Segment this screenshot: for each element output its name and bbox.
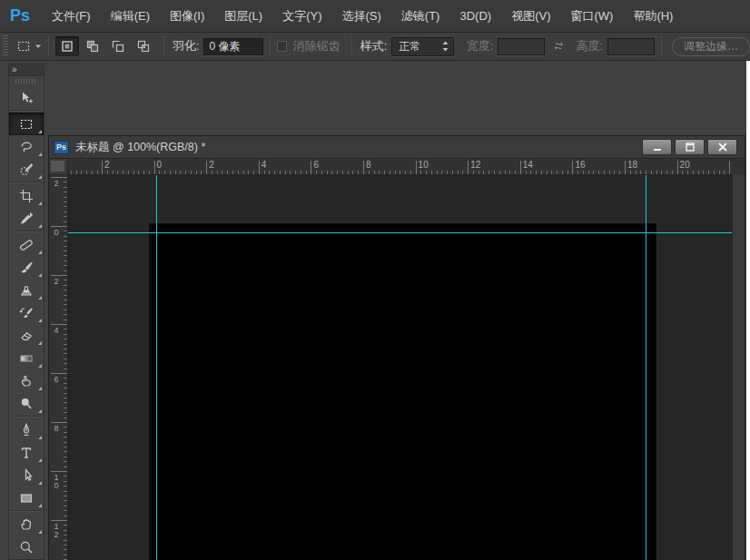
vertical-ruler[interactable]: 2024681 01 21 4 (49, 175, 68, 560)
tool-healing-brush[interactable] (9, 233, 44, 256)
eraser-icon (19, 329, 34, 343)
tool-pen[interactable] (9, 418, 44, 441)
tool-zoom[interactable] (9, 535, 44, 558)
minimize-button[interactable] (642, 139, 672, 155)
tool-dodge[interactable] (9, 392, 44, 415)
menu-item-view[interactable]: 视图(V) (501, 0, 560, 32)
flyout-indicator (38, 175, 42, 179)
ruler-label: 2 (209, 160, 214, 170)
tool-marquee[interactable] (9, 113, 44, 135)
tool-path-select[interactable] (9, 464, 44, 486)
document-content: 20246810121416182022 2024681 01 21 4 (49, 159, 745, 560)
ruler-label: 2 (49, 180, 64, 188)
ruler-major-tick (51, 226, 67, 227)
add-selection-icon (85, 39, 100, 54)
menu-item-select[interactable]: 选择(S) (332, 0, 391, 32)
document-window: Ps 未标题 @ 100%(RGB/8) * 20246810121416182… (48, 135, 745, 560)
ruler-major-tick (51, 471, 67, 472)
refine-edge-button[interactable]: 调整边缘… (672, 37, 750, 56)
antialias-checkbox[interactable] (277, 41, 286, 52)
maximize-button[interactable] (675, 139, 705, 155)
tool-history-brush[interactable] (9, 301, 44, 324)
ruler-major-tick (51, 324, 67, 325)
ruler-label: 2 (104, 160, 110, 170)
flyout-indicator (38, 201, 42, 205)
width-input[interactable] (498, 38, 545, 55)
canvas[interactable] (149, 223, 656, 560)
tool-shape[interactable] (9, 486, 44, 509)
ruler-major-tick (51, 177, 67, 178)
horizontal-ruler[interactable]: 20246810121416182022 (68, 159, 732, 175)
flyout-indicator (38, 296, 42, 300)
ruler-major-tick (51, 275, 67, 276)
lasso-icon (19, 140, 34, 154)
ruler-label: 4 (49, 327, 64, 335)
move-icon (19, 91, 34, 105)
tool-eyedropper[interactable] (9, 207, 44, 230)
menu-item-window[interactable]: 窗口(W) (560, 0, 623, 32)
ruler-label: 8 (366, 160, 371, 170)
close-button[interactable] (707, 139, 737, 155)
ruler-major-tick (206, 161, 207, 174)
menu-item-type[interactable]: 文字(Y) (272, 0, 331, 32)
tools-panel-collapse[interactable]: » (9, 64, 44, 76)
tool-gradient[interactable] (9, 347, 44, 369)
flyout-indicator (38, 364, 42, 368)
document-titlebar[interactable]: Ps 未标题 @ 100%(RGB/8) * (49, 136, 745, 159)
document-title: 未标题 @ 100%(RGB/8) * (75, 140, 205, 155)
style-dropdown[interactable]: 正常 (391, 37, 453, 56)
ruler-major-tick (416, 161, 417, 174)
new-selection-button[interactable] (55, 36, 79, 56)
intersect-selection-button[interactable] (132, 36, 155, 56)
ruler-label: 4 (262, 160, 267, 170)
separator (163, 36, 164, 56)
ruler-major-tick (51, 520, 67, 521)
tool-smudge[interactable] (9, 369, 44, 392)
tool-move[interactable] (9, 86, 44, 109)
tool-quick-select[interactable] (9, 158, 44, 181)
swap-dimensions-icon[interactable] (552, 39, 567, 54)
feather-input[interactable] (203, 38, 263, 55)
tool-crop[interactable] (9, 184, 44, 207)
subtract-selection-button[interactable] (106, 36, 130, 56)
menu-item-layer[interactable]: 图层(L) (214, 0, 272, 32)
menu-bar: Ps 文件(F)编辑(E)图像(I)图层(L)文字(Y)选择(S)滤镜(T)3D… (0, 0, 750, 33)
tool-options-bar: 羽化: 消除锯齿 样式: 正常 宽度: 高度: 调整边缘… (0, 33, 750, 61)
tool-type-tool[interactable] (9, 441, 44, 464)
height-input[interactable] (607, 38, 655, 55)
zoom-icon (19, 540, 34, 555)
menu-item-file[interactable]: 文件(F) (42, 0, 101, 32)
menu-item-3d[interactable]: 3D(D) (449, 0, 501, 32)
menu-item-edit[interactable]: 编辑(E) (101, 0, 160, 32)
history-brush-icon (19, 306, 34, 320)
tool-brush[interactable] (9, 256, 44, 279)
tool-clone-stamp[interactable] (9, 279, 44, 301)
ruler-label: 18 (627, 160, 637, 170)
photoshop-app: Ps 文件(F)编辑(E)图像(I)图层(L)文字(Y)选择(S)滤镜(T)3D… (0, 0, 750, 560)
horizontal-guide[interactable] (68, 232, 732, 233)
tool-lasso[interactable] (9, 135, 44, 158)
tool-hand[interactable] (9, 513, 44, 535)
ruler-label: 20 (680, 160, 690, 170)
ruler-label: 6 (313, 160, 319, 170)
spinner-arrows-icon (440, 40, 450, 53)
style-label: 样式: (360, 38, 388, 54)
flyout-indicator (38, 436, 42, 439)
flyout-indicator (38, 409, 42, 413)
ruler-origin-corner[interactable] (49, 159, 68, 175)
add-selection-button[interactable] (81, 36, 104, 56)
tool-preset-picker[interactable] (16, 39, 42, 54)
brush-icon (19, 260, 34, 275)
flyout-indicator (38, 458, 42, 462)
tool-group-separator (11, 110, 42, 112)
tool-eraser[interactable] (9, 324, 44, 347)
menu-item-filter[interactable]: 滤镜(T) (391, 0, 450, 32)
menu-item-help[interactable]: 帮助(H) (623, 0, 683, 32)
eyedropper-icon (19, 211, 34, 226)
tools-panel-grip[interactable] (15, 79, 37, 84)
options-grip-handle[interactable] (3, 35, 8, 57)
vertical-scrollbar[interactable] (732, 175, 745, 560)
antialias-label: 消除锯齿 (293, 38, 340, 54)
menu-item-image[interactable]: 图像(I) (160, 0, 214, 32)
shape-icon (19, 491, 34, 506)
